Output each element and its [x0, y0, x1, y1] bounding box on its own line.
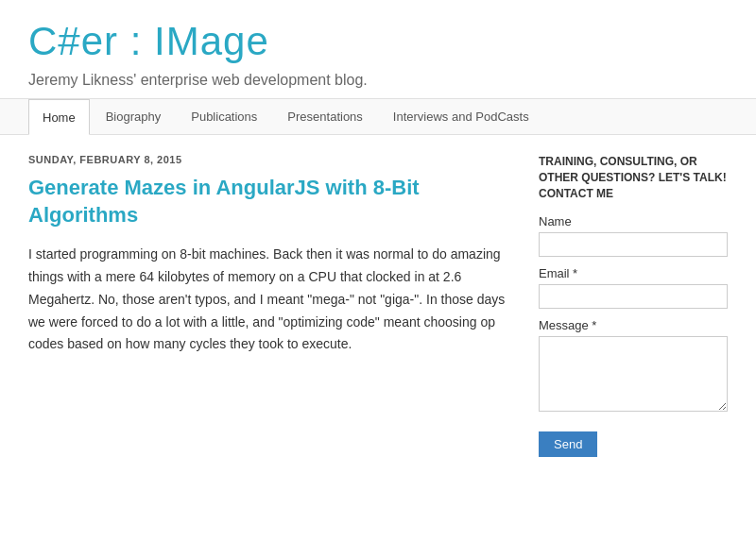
- blog-section: SUNDAY, FEBRUARY 8, 2015 Generate Mazes …: [28, 154, 510, 457]
- email-form-group: Email *: [539, 266, 728, 309]
- sidebar: TRAINING, CONSULTING, OR OTHER QUESTIONS…: [539, 154, 728, 457]
- site-header: C#er : IMage Jeremy Likness' enterprise …: [0, 0, 756, 99]
- site-tagline: Jeremy Likness' enterprise web developme…: [28, 72, 728, 89]
- nav-item-home[interactable]: Home: [28, 99, 90, 135]
- name-label: Name: [539, 214, 728, 228]
- nav-item-interviews[interactable]: Interviews and PodCasts: [379, 99, 543, 134]
- message-textarea[interactable]: [539, 336, 728, 412]
- nav-item-publications[interactable]: Publications: [177, 99, 271, 134]
- site-title: C#er : IMage: [28, 19, 728, 64]
- name-input[interactable]: [539, 232, 728, 257]
- message-form-group: Message *: [539, 318, 728, 414]
- message-label: Message *: [539, 318, 728, 332]
- nav-item-biography[interactable]: Biography: [92, 99, 176, 134]
- post-title[interactable]: Generate Mazes in AngularJS with 8-Bit A…: [28, 175, 510, 228]
- main-content: SUNDAY, FEBRUARY 8, 2015 Generate Mazes …: [0, 135, 756, 476]
- navigation: Home Biography Publications Presentation…: [0, 99, 756, 135]
- nav-item-presentations[interactable]: Presentations: [273, 99, 377, 134]
- name-form-group: Name: [539, 214, 728, 257]
- send-button[interactable]: Send: [539, 431, 597, 457]
- post-date: SUNDAY, FEBRUARY 8, 2015: [28, 154, 510, 165]
- email-input[interactable]: [539, 284, 728, 309]
- sidebar-contact-title: TRAINING, CONSULTING, OR OTHER QUESTIONS…: [539, 154, 728, 201]
- post-body: I started programming on 8-bit machines.…: [28, 244, 510, 356]
- email-label: Email *: [539, 266, 728, 280]
